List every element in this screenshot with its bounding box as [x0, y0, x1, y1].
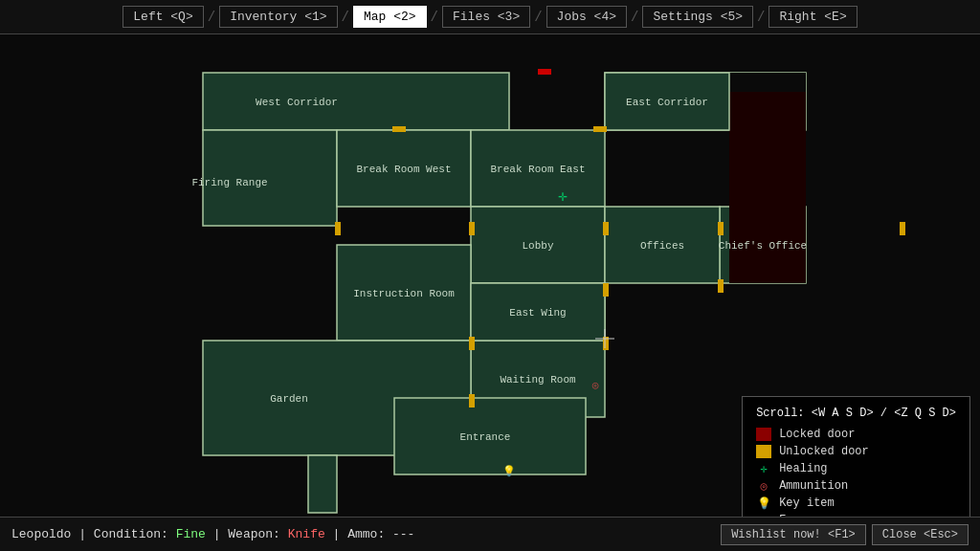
legend-item: Locked door: [756, 428, 956, 441]
legend-color-swatch: [756, 428, 771, 441]
svg-rect-31: [900, 222, 905, 235]
legend-items: Locked doorUnlocked door✛Healing◎Ammunit…: [756, 428, 956, 527]
legend-label: Locked door: [779, 428, 855, 441]
legend-icon: ✛: [756, 462, 771, 475]
ammo-label: Ammo:: [347, 527, 385, 541]
svg-rect-26: [603, 283, 609, 297]
key-item-marker: 💡: [502, 464, 516, 477]
room-label-instruction-room: Instruction Room: [353, 288, 455, 299]
top-nav: Left <Q>/Inventory <1>/Map <2>/Files <3>…: [0, 0, 980, 34]
nav-tab-settings--5-[interactable]: Settings <5>: [642, 6, 753, 28]
svg-rect-29: [469, 394, 475, 408]
room-label-break-room-west: Break Room West: [356, 164, 451, 175]
status-separator-1: |: [78, 527, 94, 541]
status-bar: Leopoldo | Condition: Fine | Weapon: Kni…: [0, 517, 980, 551]
nav-separator: /: [342, 10, 349, 25]
nav-separator: /: [757, 10, 765, 25]
legend-title: Scroll: <W A S D> / <Z Q S D>: [756, 407, 956, 420]
weapon-label: Weapon:: [228, 527, 280, 541]
close-button[interactable]: Close <Esc>: [872, 524, 969, 545]
legend-label: Key item: [779, 496, 835, 510]
legend-icon: 💡: [756, 496, 771, 510]
legend-color-swatch: [756, 445, 771, 458]
ammo-marker: ◎: [592, 380, 599, 391]
legend-label: Healing: [779, 462, 827, 475]
nav-tab-map--2-[interactable]: Map <2>: [353, 6, 427, 28]
svg-rect-18: [729, 92, 806, 283]
svg-rect-30: [718, 279, 724, 293]
status-text: Leopoldo | Condition: Fine | Weapon: Kni…: [11, 527, 721, 541]
svg-rect-23: [718, 222, 724, 235]
room-label-entrance: Entrance: [460, 431, 511, 443]
svg-rect-20: [335, 222, 341, 235]
player-marker: ✛: [558, 188, 568, 206]
svg-rect-22: [603, 222, 609, 235]
svg-rect-27: [469, 337, 475, 350]
character-name: Leopoldo: [11, 527, 71, 541]
legend-item: Unlocked door: [756, 445, 956, 458]
svg-rect-32: [538, 69, 551, 75]
room-label-break-room-east: Break Room East: [490, 164, 585, 175]
svg-rect-25: [593, 126, 607, 132]
legend-label: Unlocked door: [779, 445, 869, 458]
nav-tab-files--3-[interactable]: Files <3>: [442, 6, 530, 28]
nav-separator: /: [631, 10, 638, 25]
nav-tab-left--q-[interactable]: Left <Q>: [122, 6, 203, 28]
legend-icon: ◎: [756, 479, 771, 493]
condition-label: Condition:: [94, 527, 168, 541]
nav-separator: /: [534, 10, 542, 25]
legend-label: Ammunition: [779, 479, 848, 493]
status-buttons: Wishlist now! <F1> Close <Esc>: [721, 524, 969, 545]
weapon-highlight: Knife: [288, 527, 325, 541]
svg-rect-24: [392, 126, 406, 132]
room-label-lobby: Lobby: [522, 240, 553, 252]
nav-tab-jobs--4-[interactable]: Jobs <4>: [546, 6, 627, 28]
room-label-offices: Offices: [640, 240, 684, 252]
room-label-waiting-room: Waiting Room: [500, 374, 576, 386]
room-label-east-corridor: East Corridor: [626, 97, 708, 108]
ammo-count: ---: [392, 527, 414, 541]
legend-item: ✛Healing: [756, 462, 956, 475]
legend-item: ◎Ammunition: [756, 479, 956, 493]
room-label-firing-range: Firing Range: [191, 177, 267, 188]
condition-highlight: Fine: [176, 527, 206, 541]
nav-tab-right--e-[interactable]: Right <E>: [768, 6, 857, 28]
nav-separator: /: [431, 10, 438, 25]
svg-rect-21: [469, 222, 475, 235]
room-label-garden: Garden: [270, 393, 308, 405]
room-label-chiefs-office: Chief's Office: [719, 240, 807, 252]
wishlist-button[interactable]: Wishlist now! <F1>: [721, 524, 866, 545]
svg-rect-15: [308, 455, 337, 513]
room-label-east-wing: East Wing: [509, 307, 566, 319]
svg-rect-1: [203, 73, 509, 130]
room-label-west-corridor: West Corridor: [256, 97, 338, 108]
status-separator-3: |: [333, 527, 348, 541]
legend-item: 💡Key item: [756, 496, 956, 510]
nav-tab-inventory--1-[interactable]: Inventory <1>: [219, 6, 337, 28]
status-separator-2: |: [213, 527, 229, 541]
nav-separator: /: [208, 10, 215, 25]
